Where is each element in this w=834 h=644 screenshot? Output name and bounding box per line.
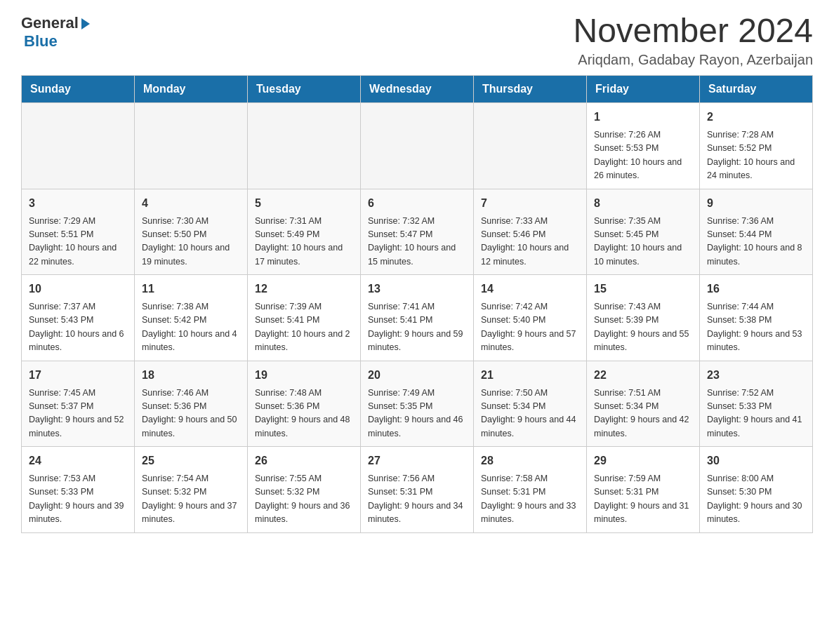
day-info: Sunrise: 7:43 AMSunset: 5:39 PMDaylight:… [594,300,692,355]
day-number: 2 [707,109,805,126]
day-info: Sunrise: 7:30 AMSunset: 5:50 PMDaylight:… [142,215,240,269]
calendar-cell: 6Sunrise: 7:32 AMSunset: 5:47 PMDaylight… [361,189,474,275]
day-info: Sunrise: 7:46 AMSunset: 5:36 PMDaylight:… [142,387,240,441]
day-number: 11 [142,281,240,297]
logo-blue-text: Blue [24,32,58,51]
day-number: 29 [594,452,692,469]
day-number: 10 [29,281,127,297]
day-info: Sunrise: 7:41 AMSunset: 5:41 PMDaylight:… [368,300,466,355]
day-info: Sunrise: 7:32 AMSunset: 5:47 PMDaylight:… [368,215,466,269]
calendar-cell: 9Sunrise: 7:36 AMSunset: 5:44 PMDaylight… [700,189,813,275]
calendar-cell: 14Sunrise: 7:42 AMSunset: 5:40 PMDayligh… [474,275,587,361]
day-number: 14 [481,281,579,297]
calendar-cell: 19Sunrise: 7:48 AMSunset: 5:36 PMDayligh… [248,361,361,447]
day-info: Sunrise: 7:31 AMSunset: 5:49 PMDaylight:… [255,215,353,269]
month-title: November 2024 [573,14,813,48]
calendar-cell: 20Sunrise: 7:49 AMSunset: 5:35 PMDayligh… [361,361,474,447]
calendar-cell: 1Sunrise: 7:26 AMSunset: 5:53 PMDaylight… [587,103,700,189]
calendar-cell: 4Sunrise: 7:30 AMSunset: 5:50 PMDaylight… [135,189,248,275]
day-number: 15 [594,281,692,297]
calendar-cell [248,103,361,189]
calendar-cell: 18Sunrise: 7:46 AMSunset: 5:36 PMDayligh… [135,361,248,447]
day-number: 1 [594,109,692,126]
location-subtitle: Ariqdam, Gadabay Rayon, Azerbaijan [573,52,813,68]
calendar-cell: 23Sunrise: 7:52 AMSunset: 5:33 PMDayligh… [700,361,813,447]
day-info: Sunrise: 8:00 AMSunset: 5:30 PMDaylight:… [707,472,805,527]
calendar-cell: 30Sunrise: 8:00 AMSunset: 5:30 PMDayligh… [700,447,813,533]
day-number: 22 [594,367,692,384]
logo-general-text: General [21,14,79,32]
weekday-header: Wednesday [361,76,474,103]
day-info: Sunrise: 7:49 AMSunset: 5:35 PMDaylight:… [368,387,466,441]
calendar-cell: 3Sunrise: 7:29 AMSunset: 5:51 PMDaylight… [22,189,135,275]
day-number: 6 [368,195,466,212]
day-number: 26 [255,452,353,469]
weekday-header: Sunday [22,76,135,103]
weekday-header: Friday [587,76,700,103]
day-number: 9 [707,195,805,212]
day-number: 18 [142,367,240,384]
day-info: Sunrise: 7:58 AMSunset: 5:31 PMDaylight:… [481,472,579,527]
calendar-cell [361,103,474,189]
day-info: Sunrise: 7:28 AMSunset: 5:52 PMDaylight:… [707,128,805,183]
calendar-cell: 15Sunrise: 7:43 AMSunset: 5:39 PMDayligh… [587,275,700,361]
day-number: 23 [707,367,805,384]
day-info: Sunrise: 7:38 AMSunset: 5:42 PMDaylight:… [142,300,240,355]
calendar-header-row: SundayMondayTuesdayWednesdayThursdayFrid… [22,76,813,103]
day-info: Sunrise: 7:26 AMSunset: 5:53 PMDaylight:… [594,128,692,183]
calendar-cell: 12Sunrise: 7:39 AMSunset: 5:41 PMDayligh… [248,275,361,361]
day-number: 16 [707,281,805,297]
day-info: Sunrise: 7:39 AMSunset: 5:41 PMDaylight:… [255,300,353,355]
day-info: Sunrise: 7:37 AMSunset: 5:43 PMDaylight:… [29,300,127,355]
calendar-cell [135,103,248,189]
calendar-week-row: 24Sunrise: 7:53 AMSunset: 5:33 PMDayligh… [22,447,813,533]
weekday-header: Tuesday [248,76,361,103]
calendar-cell: 7Sunrise: 7:33 AMSunset: 5:46 PMDaylight… [474,189,587,275]
day-info: Sunrise: 7:56 AMSunset: 5:31 PMDaylight:… [368,472,466,527]
calendar-week-row: 10Sunrise: 7:37 AMSunset: 5:43 PMDayligh… [22,275,813,361]
day-number: 20 [368,367,466,384]
calendar-cell [22,103,135,189]
day-info: Sunrise: 7:48 AMSunset: 5:36 PMDaylight:… [255,387,353,441]
calendar-cell: 11Sunrise: 7:38 AMSunset: 5:42 PMDayligh… [135,275,248,361]
calendar-cell: 21Sunrise: 7:50 AMSunset: 5:34 PMDayligh… [474,361,587,447]
calendar-cell: 25Sunrise: 7:54 AMSunset: 5:32 PMDayligh… [135,447,248,533]
calendar-cell: 16Sunrise: 7:44 AMSunset: 5:38 PMDayligh… [700,275,813,361]
day-info: Sunrise: 7:36 AMSunset: 5:44 PMDaylight:… [707,215,805,269]
day-info: Sunrise: 7:51 AMSunset: 5:34 PMDaylight:… [594,387,692,441]
day-info: Sunrise: 7:59 AMSunset: 5:31 PMDaylight:… [594,472,692,527]
calendar-cell: 26Sunrise: 7:55 AMSunset: 5:32 PMDayligh… [248,447,361,533]
day-number: 7 [481,195,579,212]
logo-arrow-icon [81,18,90,29]
day-number: 28 [481,452,579,469]
day-info: Sunrise: 7:52 AMSunset: 5:33 PMDaylight:… [707,387,805,441]
day-info: Sunrise: 7:44 AMSunset: 5:38 PMDaylight:… [707,300,805,355]
calendar-cell: 5Sunrise: 7:31 AMSunset: 5:49 PMDaylight… [248,189,361,275]
calendar-cell: 29Sunrise: 7:59 AMSunset: 5:31 PMDayligh… [587,447,700,533]
calendar-cell: 10Sunrise: 7:37 AMSunset: 5:43 PMDayligh… [22,275,135,361]
day-info: Sunrise: 7:29 AMSunset: 5:51 PMDaylight:… [29,215,127,269]
title-section: November 2024 Ariqdam, Gadabay Rayon, Az… [573,14,813,68]
day-number: 12 [255,281,353,297]
day-info: Sunrise: 7:54 AMSunset: 5:32 PMDaylight:… [142,472,240,527]
day-number: 19 [255,367,353,384]
day-number: 5 [255,195,353,212]
day-info: Sunrise: 7:45 AMSunset: 5:37 PMDaylight:… [29,387,127,441]
day-info: Sunrise: 7:35 AMSunset: 5:45 PMDaylight:… [594,215,692,269]
day-number: 17 [29,367,127,384]
calendar-cell: 13Sunrise: 7:41 AMSunset: 5:41 PMDayligh… [361,275,474,361]
day-info: Sunrise: 7:55 AMSunset: 5:32 PMDaylight:… [255,472,353,527]
calendar-cell: 28Sunrise: 7:58 AMSunset: 5:31 PMDayligh… [474,447,587,533]
day-number: 30 [707,452,805,469]
day-number: 8 [594,195,692,212]
day-info: Sunrise: 7:42 AMSunset: 5:40 PMDaylight:… [481,300,579,355]
calendar-cell: 2Sunrise: 7:28 AMSunset: 5:52 PMDaylight… [700,103,813,189]
day-info: Sunrise: 7:50 AMSunset: 5:34 PMDaylight:… [481,387,579,441]
calendar-cell: 17Sunrise: 7:45 AMSunset: 5:37 PMDayligh… [22,361,135,447]
calendar-cell: 8Sunrise: 7:35 AMSunset: 5:45 PMDaylight… [587,189,700,275]
calendar-week-row: 17Sunrise: 7:45 AMSunset: 5:37 PMDayligh… [22,361,813,447]
day-number: 3 [29,195,127,212]
calendar-table: SundayMondayTuesdayWednesdayThursdayFrid… [21,75,813,533]
day-info: Sunrise: 7:33 AMSunset: 5:46 PMDaylight:… [481,215,579,269]
logo: General Blue [21,14,90,51]
